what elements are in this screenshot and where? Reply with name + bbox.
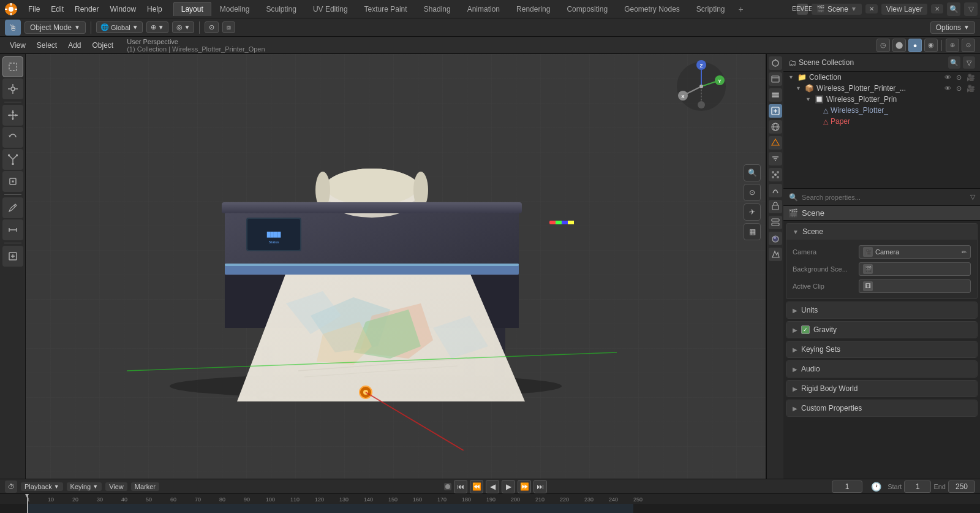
- viewport-gizmo[interactable]: Z Y X: [674, 59, 729, 114]
- timeline-keyframe-dot[interactable]: [444, 483, 451, 490]
- viewport-shading-selector[interactable]: ◷: [876, 39, 890, 52]
- tab-compositing[interactable]: Compositing: [559, 2, 616, 16]
- viewport-shading-material[interactable]: ●: [908, 39, 922, 52]
- tool-move[interactable]: [2, 105, 23, 126]
- props-tab-material[interactable]: [769, 232, 782, 245]
- gizmo-toggle[interactable]: ⊙: [962, 39, 975, 52]
- menu-file[interactable]: File: [23, 4, 45, 15]
- camera-field[interactable]: 🎥 Camera ✏: [859, 245, 971, 259]
- tab-texture-paint[interactable]: Texture Paint: [356, 2, 415, 16]
- scene-selector[interactable]: 🎬 Scene ▼: [812, 4, 862, 15]
- outliner-item-plotter-outer[interactable]: ▼ 📦 Wireless_Plotter_Printer_... 👁 ⊙ 🎥: [783, 83, 980, 94]
- visibility-render-icon[interactable]: 🎥: [967, 74, 975, 82]
- tool-cursor[interactable]: [2, 78, 23, 99]
- viewport-icon[interactable]: 🖱: [5, 20, 21, 36]
- transform-orientation-button[interactable]: ⧈: [222, 21, 235, 33]
- global-search-button[interactable]: 🔍: [947, 2, 960, 16]
- visibility-viewport-icon[interactable]: ⊙: [956, 74, 962, 82]
- props-tab-object[interactable]: [769, 136, 782, 150]
- overlay-toggle[interactable]: ⊕: [946, 39, 959, 52]
- timeline-jump-end[interactable]: ⏭: [533, 480, 547, 493]
- object-mode-selector[interactable]: Object Mode ▼: [24, 21, 86, 34]
- add-workspace-button[interactable]: +: [734, 3, 748, 15]
- zoom-in-btn[interactable]: 🔍: [744, 164, 761, 181]
- timeline-next-keyframe[interactable]: ⏩: [518, 480, 531, 493]
- tool-select-box[interactable]: [2, 56, 23, 77]
- snap-button[interactable]: ⊕ ▼: [146, 21, 168, 33]
- end-frame-input[interactable]: 250: [948, 481, 975, 493]
- start-frame-input[interactable]: 1: [904, 481, 931, 493]
- props-tab-viewlayer[interactable]: [769, 88, 782, 102]
- tool-transform[interactable]: [2, 171, 23, 192]
- visibility-eye-icon[interactable]: 👁: [944, 74, 951, 81]
- timeline-prev-keyframe[interactable]: ⏪: [470, 480, 483, 493]
- zoom-to-fit-btn[interactable]: ⊙: [744, 184, 761, 201]
- proportional-edit-button[interactable]: ◎ ▼: [172, 21, 195, 33]
- options-button[interactable]: Options ▼: [930, 21, 975, 34]
- menu-edit[interactable]: Edit: [46, 4, 69, 15]
- timeline-marker-btn[interactable]: Marker: [131, 482, 159, 491]
- timeline-play-forward[interactable]: ▶: [502, 480, 515, 493]
- props-tab-data[interactable]: [769, 216, 782, 229]
- blender-logo[interactable]: [2, 1, 20, 18]
- menu-render[interactable]: Render: [70, 4, 104, 15]
- viewport-shading-rendered[interactable]: ◉: [924, 39, 938, 52]
- outliner-item-collection[interactable]: ▼ 📁 Collection 👁 ⊙ 🎥: [783, 72, 980, 83]
- fly-mode-btn[interactable]: ✈: [744, 203, 761, 221]
- props-tab-scene[interactable]: [769, 104, 782, 118]
- pivot-button[interactable]: ⊙: [205, 21, 219, 33]
- tab-shading[interactable]: Shading: [416, 2, 459, 16]
- timeline-icon[interactable]: ⏱: [5, 481, 17, 493]
- tool-rotate[interactable]: [2, 127, 23, 148]
- view-layer-settings[interactable]: ✕: [931, 4, 943, 13]
- plotter-outer-eye-icon[interactable]: 👁: [944, 85, 951, 92]
- timeline-keying-btn[interactable]: Keying ▼: [67, 482, 102, 491]
- viewport-menu-object[interactable]: Object: [88, 40, 119, 51]
- tab-scripting[interactable]: Scripting: [688, 2, 733, 16]
- timeline-playhead[interactable]: [27, 494, 28, 513]
- props-tab-output[interactable]: [769, 72, 782, 86]
- props-tab-constraints[interactable]: [769, 200, 782, 213]
- menu-window[interactable]: Window: [105, 4, 141, 15]
- tool-annotate[interactable]: [2, 197, 23, 218]
- viewport-menu-add[interactable]: Add: [63, 40, 86, 51]
- outliner-item-plotter-inner[interactable]: ▶ △ Wireless_Plotter_: [783, 105, 980, 116]
- transform-global-selector[interactable]: 🌐 Global ▼: [96, 21, 143, 33]
- timeline-view-btn[interactable]: View: [105, 482, 127, 491]
- section-keying-sets-header[interactable]: ▶ Keying Sets: [786, 341, 977, 357]
- view-layer-selector[interactable]: View Layer: [881, 4, 927, 15]
- tool-add-object[interactable]: [2, 246, 23, 267]
- background-scene-field[interactable]: 🎬: [859, 262, 971, 276]
- viewport-3d[interactable]: ████ Status: [26, 54, 766, 479]
- scene-section-header[interactable]: ▼ Scene: [786, 224, 977, 240]
- props-tab-modifier[interactable]: [769, 152, 782, 165]
- timeline-track[interactable]: 1 10 20 30 40 50 60 70 80 90 100 110 120…: [0, 494, 980, 513]
- filter-button[interactable]: ▽: [964, 2, 978, 16]
- timeline-playback-btn[interactable]: Playback ▼: [21, 482, 63, 491]
- timeline-jump-start[interactable]: ⏮: [454, 480, 467, 493]
- section-units-header[interactable]: ▶ Units: [786, 302, 977, 318]
- plotter-outer-render-icon[interactable]: 🎥: [967, 85, 975, 93]
- viewport-shading-solid[interactable]: ⬤: [892, 39, 906, 52]
- tool-scale[interactable]: [2, 149, 23, 170]
- tab-sculpting[interactable]: Sculpting: [258, 2, 304, 16]
- tool-measure[interactable]: [2, 219, 23, 240]
- outliner-item-plotter-mid[interactable]: ▼ 🔲 Wireless_Plotter_Prin: [783, 94, 980, 105]
- tab-geometry-nodes[interactable]: Geometry Nodes: [616, 2, 688, 16]
- viewport-menu-select[interactable]: Select: [32, 40, 62, 51]
- plotter-outer-viewport-icon[interactable]: ⊙: [956, 85, 962, 93]
- outliner-item-paper[interactable]: ▶ △ Paper: [783, 116, 980, 127]
- close-scene-button[interactable]: ✕: [865, 4, 878, 13]
- section-gravity-header[interactable]: ▶ ✓ Gravity: [786, 322, 977, 338]
- current-frame-input[interactable]: 1: [832, 481, 862, 493]
- tab-animation[interactable]: Animation: [459, 2, 508, 16]
- tab-layout[interactable]: Layout: [173, 2, 211, 16]
- gravity-checkbox[interactable]: ✓: [801, 325, 810, 334]
- section-rigid-body-header[interactable]: ▶ Rigid Body World: [786, 381, 977, 397]
- timeline-play-back[interactable]: ◀: [486, 480, 499, 493]
- props-tab-world[interactable]: [769, 120, 782, 134]
- properties-search-input[interactable]: [802, 194, 967, 201]
- outliner-filter-icon[interactable]: ▽: [963, 56, 975, 69]
- ortho-toggle-btn[interactable]: ▦: [744, 223, 761, 240]
- props-tab-physics[interactable]: [769, 184, 782, 197]
